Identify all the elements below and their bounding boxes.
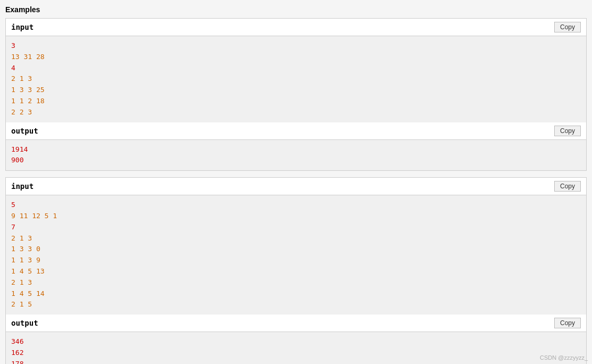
output-line: 178 [11, 359, 581, 364]
input-label-1: input [11, 23, 34, 31]
input-line: 13 31 28 [11, 52, 581, 63]
output-copy-button-2[interactable]: Copy [554, 318, 581, 328]
input-line: 1 4 5 13 [11, 266, 581, 277]
output-line: 346 [11, 336, 581, 348]
input-header-2: inputCopy [6, 178, 586, 195]
input-line: 2 1 5 [11, 299, 581, 310]
output-line: 1914 [11, 144, 581, 155]
input-copy-button-2[interactable]: Copy [554, 181, 581, 192]
input-line: 5 [11, 200, 581, 211]
input-content-1: 313 31 2842 1 31 3 3 251 1 2 182 2 3 [6, 36, 586, 122]
input-line: 1 3 3 25 [11, 85, 581, 96]
example-group-1: inputCopy313 31 2842 1 31 3 3 251 1 2 18… [5, 18, 587, 171]
output-label-1: output [11, 127, 38, 135]
input-line: 7 [11, 222, 581, 233]
output-line: 162 [11, 348, 581, 359]
output-label-2: output [11, 319, 38, 327]
input-copy-button-1[interactable]: Copy [554, 22, 581, 32]
input-line: 2 1 3 [11, 73, 581, 85]
output-header-2: outputCopy [6, 315, 586, 332]
input-line: 1 1 3 9 [11, 255, 581, 266]
input-line: 2 1 3 [11, 233, 581, 244]
input-line: 9 11 12 5 1 [11, 211, 581, 222]
watermark: CSDN @zzzyyzz_ [540, 354, 588, 361]
input-line: 4 [11, 63, 581, 74]
input-label-2: input [11, 182, 34, 191]
input-content-2: 59 11 12 5 172 1 31 3 3 01 1 3 91 4 5 13… [6, 195, 586, 315]
input-line: 2 2 3 [11, 107, 581, 118]
output-header-1: outputCopy [6, 122, 586, 140]
page-title: Examples [5, 5, 587, 14]
input-line: 3 [11, 40, 581, 52]
input-header-1: inputCopy [6, 19, 586, 36]
input-line: 1 4 5 14 [11, 288, 581, 300]
input-line: 2 1 3 [11, 277, 581, 288]
output-content-1: 1914900 [6, 140, 586, 171]
example-group-2: inputCopy59 11 12 5 172 1 31 3 3 01 1 3 … [5, 177, 587, 364]
input-line: 1 1 2 18 [11, 96, 581, 107]
output-content-2: 346162178 [6, 332, 586, 364]
output-line: 900 [11, 155, 581, 166]
output-copy-button-1[interactable]: Copy [554, 126, 581, 136]
input-line: 1 3 3 0 [11, 244, 581, 255]
